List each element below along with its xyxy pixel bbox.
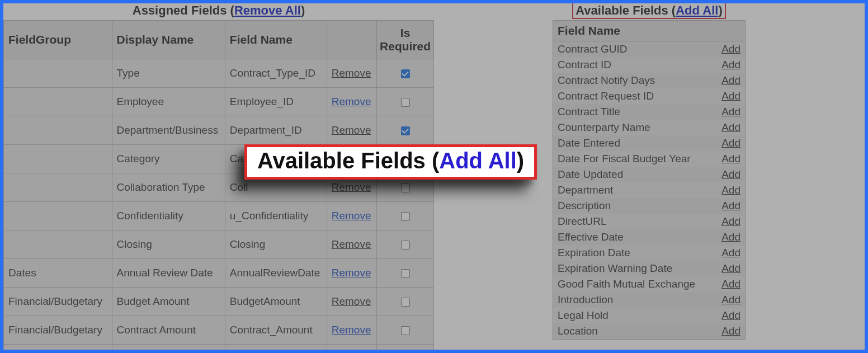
cell-fieldgroup: [4, 116, 112, 145]
cell-remove: Remove: [327, 259, 376, 288]
cell-fieldgroup: [4, 202, 112, 230]
table-row: Contract GUIDAdd: [553, 41, 746, 58]
cell-available-fieldname: Expiration Warning Date: [553, 261, 718, 276]
cell-available-fieldname: Location: [553, 323, 718, 340]
cell-available-fieldname: Introduction: [553, 292, 718, 308]
cell-displayname: Department/Business: [112, 116, 225, 145]
add-link[interactable]: Add: [721, 278, 740, 290]
cell-fieldname: Department_ID: [225, 116, 327, 145]
available-heading-highlight: Available Fields (Add All): [572, 2, 725, 19]
cell-available-fieldname: Contract ID: [553, 57, 718, 73]
cell-remove: Remove: [327, 116, 376, 145]
table-row: DepartmentAdd: [553, 182, 746, 198]
remove-all-link[interactable]: Remove All: [234, 3, 301, 17]
add-link[interactable]: Add: [721, 168, 740, 180]
is-required-checkbox[interactable]: [401, 212, 410, 221]
cell-displayname: Closing: [112, 230, 225, 259]
cell-fieldname: Employee_ID: [225, 88, 327, 116]
cell-fieldgroup: [4, 88, 112, 116]
add-link[interactable]: Add: [721, 59, 740, 70]
is-required-checkbox[interactable]: [401, 269, 410, 278]
table-row: Financial/BudgetaryBudget AmountBudgetAm…: [4, 288, 434, 316]
cell-add: Add: [717, 214, 745, 229]
table-row: Expiration DateAdd: [553, 245, 746, 261]
is-required-checkbox[interactable]: [401, 241, 410, 250]
remove-link[interactable]: Remove: [332, 124, 371, 136]
cell-add: Add: [717, 198, 745, 214]
is-required-checkbox[interactable]: [401, 298, 410, 307]
table-row: TypeContract_Type_IDRemove: [4, 59, 434, 88]
cell-available-fieldname: Legal Hold: [553, 308, 718, 323]
is-required-checkbox[interactable]: [401, 183, 410, 192]
add-all-link[interactable]: Add All: [676, 3, 718, 17]
col-header-remove: [327, 21, 376, 59]
add-link[interactable]: Add: [721, 74, 740, 86]
available-heading-suffix: ): [718, 3, 722, 17]
add-link[interactable]: Add: [721, 200, 740, 211]
col-header-fieldgroup: FieldGroup: [4, 21, 112, 59]
table-row: Legal HoldAdd: [553, 308, 746, 323]
table-row: EmployeeEmployee_IDRemove: [4, 88, 434, 116]
cell-available-fieldname: Effective Date: [553, 229, 718, 245]
cell-available-fieldname: Good Faith Mutual Exchange: [553, 276, 718, 292]
table-row: DescriptionAdd: [553, 198, 746, 214]
add-link[interactable]: Add: [721, 137, 740, 149]
table-row: LocationAdd: [553, 323, 746, 340]
cell-displayname: Annual Review Date: [112, 259, 225, 288]
available-fields-table: Field Name Contract GUIDAddContract IDAd…: [553, 20, 746, 340]
assigned-heading-prefix: Assigned Fields (: [133, 3, 234, 17]
is-required-checkbox[interactable]: [401, 126, 410, 135]
add-link[interactable]: Add: [721, 262, 740, 274]
remove-link[interactable]: Remove: [332, 210, 371, 222]
cell-add: Add: [717, 57, 745, 73]
cell-fieldname: BudgetAmount: [225, 288, 327, 316]
cell-fieldgroup: Financial/Budgetary: [4, 288, 112, 316]
cell-add: Add: [717, 41, 745, 58]
callout-add-all-link[interactable]: Add All: [439, 148, 517, 173]
available-fields-heading: Available Fields (Add All): [553, 0, 746, 20]
add-link[interactable]: Add: [721, 121, 740, 133]
cell-isrequired: [377, 59, 434, 88]
cell-fieldgroup: [4, 59, 112, 88]
remove-link[interactable]: Remove: [332, 181, 371, 193]
cell-add: Add: [717, 292, 745, 308]
remove-link[interactable]: Remove: [332, 96, 371, 107]
cell-isrequired: [377, 88, 434, 116]
cell-add: Add: [717, 135, 745, 151]
table-row: Contract Notify DaysAdd: [553, 73, 746, 88]
add-link[interactable]: Add: [721, 309, 740, 321]
cell-displayname: Contract Amount: [112, 316, 225, 345]
cell-displayname: Type: [112, 59, 225, 88]
cell-fieldgroup: [4, 230, 112, 259]
add-link[interactable]: Add: [721, 231, 740, 243]
remove-link[interactable]: Remove: [332, 295, 371, 307]
cell-add: Add: [717, 73, 745, 88]
remove-link[interactable]: Remove: [332, 238, 371, 250]
cell-fieldgroup: Dates: [4, 259, 112, 288]
add-link[interactable]: Add: [721, 215, 740, 227]
cell-fieldname: Contract_Amount: [225, 316, 327, 345]
is-required-checkbox[interactable]: [401, 326, 410, 335]
remove-link[interactable]: Remove: [332, 267, 371, 279]
add-link[interactable]: Add: [721, 294, 740, 305]
cell-available-fieldname: Contract Notify Days: [553, 73, 718, 88]
is-required-checkbox[interactable]: [401, 69, 410, 78]
remove-link[interactable]: Remove: [332, 324, 371, 336]
table-row: Expiration Warning DateAdd: [553, 261, 746, 276]
remove-link[interactable]: Remove: [332, 67, 371, 79]
add-link[interactable]: Add: [721, 325, 740, 337]
cell-add: Add: [717, 229, 745, 245]
add-link[interactable]: Add: [721, 153, 740, 164]
cell-add: Add: [717, 182, 745, 198]
add-link[interactable]: Add: [721, 43, 740, 55]
add-link[interactable]: Add: [721, 106, 740, 117]
is-required-checkbox[interactable]: [401, 98, 410, 107]
table-row: Department/BusinessDepartment_IDRemove: [4, 116, 434, 145]
add-link[interactable]: Add: [721, 90, 740, 102]
add-link[interactable]: Add: [721, 184, 740, 196]
cell-add: Add: [717, 276, 745, 292]
available-heading-prefix: Available Fields (: [575, 3, 676, 17]
cell-fieldgroup: Financial/Budgetary: [4, 316, 112, 345]
add-link[interactable]: Add: [721, 247, 740, 258]
cell-available-fieldname: Contract GUID: [553, 41, 718, 58]
